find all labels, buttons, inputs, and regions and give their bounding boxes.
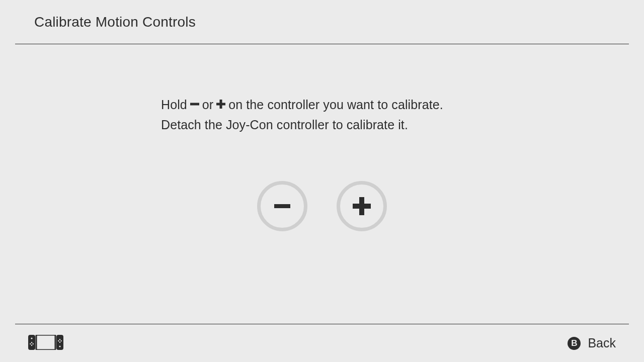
svg-point-18 bbox=[59, 341, 60, 342]
svg-point-10 bbox=[31, 342, 32, 343]
calibrate-buttons-row bbox=[0, 181, 644, 231]
svg-rect-5 bbox=[359, 197, 364, 215]
instruction-block: Hold or on the controller you want to ca… bbox=[161, 95, 614, 135]
svg-point-9 bbox=[33, 343, 34, 344]
minus-icon bbox=[270, 194, 294, 218]
svg-point-14 bbox=[59, 345, 60, 347]
svg-point-17 bbox=[59, 339, 60, 340]
footer: B Back bbox=[0, 324, 644, 362]
svg-point-16 bbox=[61, 340, 62, 341]
svg-rect-2 bbox=[220, 100, 222, 109]
instruction-text: on the controller you want to calibrate. bbox=[228, 95, 443, 115]
svg-rect-3 bbox=[274, 204, 290, 208]
plus-button[interactable] bbox=[337, 181, 387, 231]
divider-top bbox=[15, 44, 629, 44]
instruction-line-1: Hold or on the controller you want to ca… bbox=[161, 95, 614, 115]
plus-icon bbox=[215, 99, 226, 110]
svg-point-15 bbox=[58, 340, 59, 341]
page-title: Calibrate Motion Controls bbox=[34, 14, 196, 30]
minus-button[interactable] bbox=[257, 181, 307, 231]
svg-point-8 bbox=[30, 343, 31, 344]
header: Calibrate Motion Controls bbox=[0, 0, 644, 44]
svg-rect-12 bbox=[36, 335, 55, 350]
instruction-text: Detach the Joy-Con controller to calibra… bbox=[161, 115, 408, 135]
controller-status-icon bbox=[28, 335, 63, 352]
b-button-icon: B bbox=[568, 337, 581, 350]
instruction-line-2: Detach the Joy-Con controller to calibra… bbox=[161, 115, 614, 135]
instruction-text: Hold bbox=[161, 95, 187, 115]
svg-point-11 bbox=[31, 344, 32, 345]
instruction-text: or bbox=[202, 95, 213, 115]
svg-point-7 bbox=[31, 337, 32, 339]
svg-rect-0 bbox=[190, 103, 199, 106]
minus-icon bbox=[189, 99, 200, 110]
back-button[interactable]: B Back bbox=[568, 336, 616, 350]
back-label: Back bbox=[588, 336, 616, 350]
plus-icon bbox=[350, 194, 374, 218]
